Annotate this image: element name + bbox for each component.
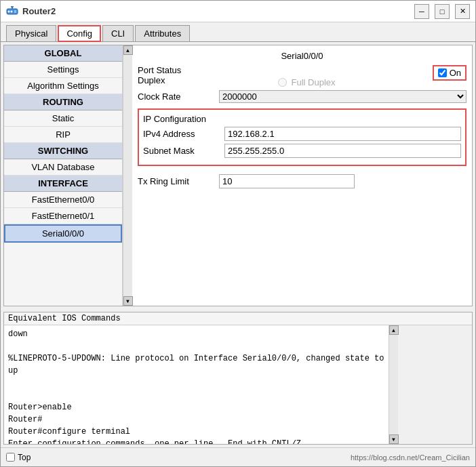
port-status-labels: Port Status Duplex <box>138 65 181 85</box>
on-checkbox-container: On <box>433 65 467 81</box>
close-button[interactable]: ✕ <box>455 4 470 19</box>
console-line: down <box>8 328 384 340</box>
ip-config-box: IP Configuration IPv4 Address Subnet Mas… <box>138 108 467 166</box>
sidebar-item-serial0-0-0[interactable]: Serial0/0/0 <box>4 224 122 243</box>
minimize-button[interactable]: ─ <box>414 4 429 19</box>
sidebar-item-vlan-database[interactable]: VLAN Database <box>4 159 122 176</box>
console-line: up <box>8 365 384 377</box>
top-checkbox[interactable] <box>6 453 15 462</box>
svg-point-2 <box>11 10 13 12</box>
footer-url: https://blog.csdn.net/Cream_Cicilian <box>351 453 470 462</box>
clock-rate-row: Clock Rate 2000000 <box>138 90 467 103</box>
sidebar-item-settings[interactable]: Settings <box>4 62 122 78</box>
tabs-bar: Physical Config CLI Attributes <box>1 22 475 42</box>
console-scroll-track <box>389 335 398 434</box>
full-duplex-label: Full Duplex <box>291 77 335 87</box>
section-header-interface: INTERFACE <box>4 176 122 192</box>
sidebar-item-fastethernet0-1[interactable]: FastEthernet0/1 <box>4 208 122 224</box>
router-icon <box>6 5 18 18</box>
tx-ring-input[interactable] <box>219 174 355 188</box>
subnet-input[interactable] <box>224 144 461 158</box>
clock-rate-select[interactable]: 2000000 <box>219 90 467 103</box>
console-line: Router#configure terminal <box>8 426 384 438</box>
sidebar-item-rip[interactable]: RIP <box>4 127 122 143</box>
ip-config-title: IP Configuration <box>143 114 461 124</box>
console-line: %LINEPROTO-5-UPDOWN: Line protocol on In… <box>8 352 384 365</box>
sidebar-wrapper: GLOBAL Settings Algorithm Settings ROUTI… <box>4 45 132 306</box>
console-line <box>8 340 384 352</box>
on-checkbox[interactable] <box>438 68 447 77</box>
restore-button[interactable]: □ <box>435 4 450 19</box>
tx-ring-row: Tx Ring Limit <box>138 174 467 188</box>
tab-physical[interactable]: Physical <box>6 25 56 42</box>
sidebar-item-fastethernet0-0[interactable]: FastEthernet0/0 <box>4 192 122 208</box>
ipv4-label: IPv4 Address <box>143 129 224 139</box>
console-scroll-down[interactable]: ▼ <box>389 434 399 444</box>
svg-point-1 <box>8 10 10 12</box>
sidebar-scroll[interactable]: GLOBAL Settings Algorithm Settings ROUTI… <box>4 45 122 306</box>
tab-attributes[interactable]: Attributes <box>135 25 190 42</box>
section-header-routing: ROUTING <box>4 94 122 110</box>
section-header-switching: SWITCHING <box>4 143 122 159</box>
title-left: Router2 <box>6 5 56 18</box>
title-bar: Router2 ─ □ ✕ <box>1 1 475 22</box>
sidebar: GLOBAL Settings Algorithm Settings ROUTI… <box>4 45 123 306</box>
sidebar-scrollbar: ▲ ▼ <box>123 45 132 306</box>
console-line <box>8 377 384 389</box>
console-line <box>8 389 384 401</box>
ipv4-row: IPv4 Address <box>143 127 461 141</box>
section-header-global: GLOBAL <box>4 45 122 62</box>
scroll-up-button[interactable]: ▲ <box>123 45 133 55</box>
window-controls: ─ □ ✕ <box>414 4 470 19</box>
tx-ring-label: Tx Ring Limit <box>138 176 219 186</box>
scroll-track <box>123 55 132 296</box>
tab-cli[interactable]: CLI <box>102 25 134 42</box>
main-window: Router2 ─ □ ✕ Physical Config CLI Attrib… <box>0 0 476 467</box>
console-scroll-up[interactable]: ▲ <box>389 325 399 335</box>
console-wrapper: down %LINEPROTO-5-UPDOWN: Line protocol … <box>4 325 472 444</box>
svg-rect-3 <box>14 10 16 13</box>
duplex-label: Duplex <box>138 75 181 85</box>
top-checkbox-group: Top <box>6 453 31 462</box>
duplex-radio-group: Full Duplex <box>278 77 335 87</box>
console-scrollbar: ▲ ▼ <box>389 325 398 444</box>
footer: Top https://blog.csdn.net/Cream_Cicilian <box>1 447 475 466</box>
console-line: Router>enable <box>8 401 384 413</box>
clock-rate-label: Clock Rate <box>138 92 219 102</box>
subnet-row: Subnet Mask <box>143 144 461 158</box>
main-content: GLOBAL Settings Algorithm Settings ROUTI… <box>3 45 473 306</box>
console-line: Router# <box>8 413 384 426</box>
console-line: Enter configuration commands, one per li… <box>8 438 384 444</box>
tab-config[interactable]: Config <box>58 25 101 42</box>
sidebar-item-static[interactable]: Static <box>4 110 122 127</box>
window-title: Router2 <box>22 6 56 16</box>
interface-title: Serial0/0/0 <box>138 51 467 61</box>
scroll-down-button[interactable]: ▼ <box>123 296 133 306</box>
sidebar-item-algorithm-settings[interactable]: Algorithm Settings <box>4 78 122 94</box>
port-status-label: Port Status <box>138 65 181 75</box>
console-output[interactable]: down %LINEPROTO-5-UPDOWN: Line protocol … <box>4 325 389 444</box>
top-label: Top <box>18 453 31 462</box>
right-panel: Serial0/0/0 Port Status Duplex Full Dupl… <box>132 45 472 306</box>
subnet-label: Subnet Mask <box>143 146 224 156</box>
console-title: Equivalent IOS Commands <box>4 312 472 325</box>
on-label: On <box>450 68 461 78</box>
full-duplex-radio <box>278 78 287 87</box>
ipv4-input[interactable] <box>224 127 461 141</box>
console-section: Equivalent IOS Commands down %LINEPROTO-… <box>3 312 473 445</box>
